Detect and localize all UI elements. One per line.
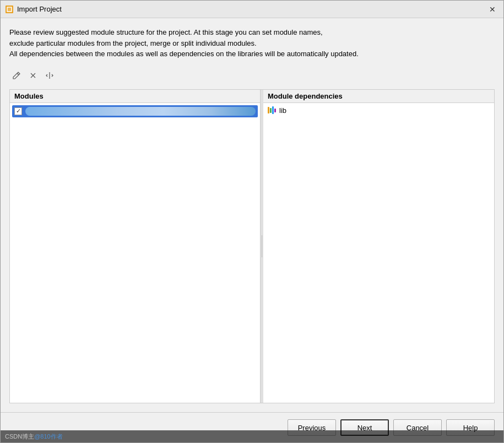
dep-bar-green (270, 108, 272, 113)
dependencies-content: lib (263, 103, 494, 403)
merge-button[interactable] (26, 68, 40, 83)
watermark-text: CSDN博主 (5, 433, 34, 441)
dep-bar-blue (272, 106, 274, 114)
window-title: Import Project (17, 5, 62, 13)
modules-panel: Modules (10, 90, 261, 403)
module-checkbox[interactable] (14, 107, 22, 115)
dependency-icon (268, 106, 276, 114)
svg-rect-2 (8, 8, 11, 11)
import-project-window: Import Project ✕ Please review suggested… (0, 0, 504, 443)
title-bar: Import Project ✕ (1, 1, 503, 18)
watermark-bar: CSDN博主 @810作者 (1, 430, 503, 442)
split-button[interactable] (42, 68, 57, 83)
module-list-item[interactable] (12, 105, 258, 117)
modules-panel-header: Modules (10, 90, 260, 103)
panels-container: Modules Module dependencies (9, 89, 495, 404)
dep-bar-orange (268, 107, 269, 114)
watermark-link: @810作者 (34, 433, 63, 441)
title-bar-left: Import Project (5, 5, 62, 14)
window-icon (5, 5, 14, 14)
dependency-item: lib (268, 105, 490, 116)
close-button[interactable]: ✕ (486, 3, 499, 16)
dependencies-panel-header: Module dependencies (263, 90, 494, 103)
modules-panel-content[interactable] (10, 103, 260, 403)
dependencies-panel: Module dependencies lib (263, 90, 494, 403)
dep-bar-purple (274, 109, 276, 112)
module-name-bar (25, 107, 256, 116)
toolbar (9, 68, 495, 83)
edit-button[interactable] (9, 68, 24, 83)
main-content: Please review suggested module structure… (1, 18, 503, 412)
description-text: Please review suggested module structure… (9, 27, 495, 60)
dependency-label: lib (279, 106, 286, 115)
